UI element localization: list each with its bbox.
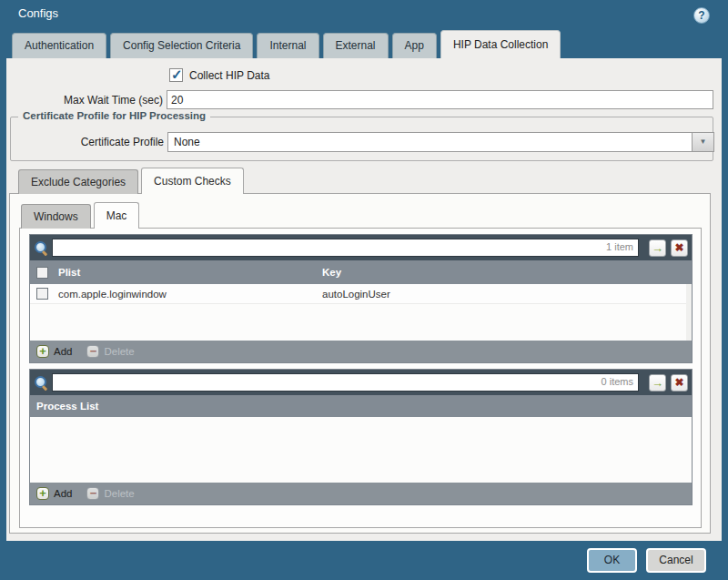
collect-hip-checkbox[interactable]: ✓	[169, 68, 183, 82]
help-icon[interactable]: ?	[693, 7, 710, 24]
tab-exclude-categories[interactable]: Exclude Categories	[18, 169, 138, 194]
certificate-profile-dropdown[interactable]: None ▼	[167, 132, 714, 152]
plist-table-body: com.apple.loginwindow autoLoginUser	[30, 284, 692, 341]
process-table-footer: + Add − Delete	[30, 483, 692, 504]
max-wait-input[interactable]	[167, 90, 713, 109]
plist-search-field: 1 item	[52, 239, 639, 257]
cell-plist: com.apple.loginwindow	[55, 289, 318, 300]
top-tab-strip: Authentication Config Selection Criteria…	[12, 27, 722, 58]
mac-panel: 1 item → ✖ Plist Key com.apple.loginwind	[19, 228, 702, 528]
delete-button: − Delete	[86, 345, 134, 358]
certificate-profile-value: None	[174, 136, 200, 148]
clear-filter-icon[interactable]: ✖	[671, 239, 688, 257]
process-search-bar: 0 items → ✖	[30, 370, 692, 395]
tab-app[interactable]: App	[392, 33, 437, 58]
collect-hip-row: ✓ Collect HIP Data	[169, 68, 269, 82]
checks-tab-strip: Exclude Categories Custom Checks	[18, 168, 247, 194]
apply-filter-icon[interactable]: →	[649, 239, 666, 257]
cancel-button[interactable]: Cancel	[646, 548, 706, 573]
os-tab-strip: Windows Mac	[21, 202, 142, 229]
cell-key: autoLoginUser	[318, 289, 692, 300]
row-checkbox[interactable]	[36, 288, 48, 300]
plist-search-input[interactable]	[52, 239, 639, 257]
delete-icon: −	[86, 487, 99, 500]
certificate-profile-label: Certificate Profile	[7, 136, 164, 148]
column-header-plist: Plist	[55, 267, 318, 278]
add-button[interactable]: + Add	[36, 345, 72, 358]
tab-internal[interactable]: Internal	[257, 33, 318, 58]
tab-windows[interactable]: Windows	[21, 204, 91, 229]
tab-authentication[interactable]: Authentication	[12, 33, 106, 58]
table-row[interactable]: com.apple.loginwindow autoLoginUser	[30, 284, 692, 304]
plist-search-bar: 1 item → ✖	[30, 235, 692, 260]
process-table-body	[30, 417, 692, 483]
column-header-process-list: Process List	[36, 401, 98, 412]
plist-table: 1 item → ✖ Plist Key com.apple.loginwind	[29, 234, 693, 363]
column-header-key: Key	[318, 267, 692, 278]
check-icon: ✓	[171, 66, 183, 83]
custom-checks-panel: Windows Mac 1 item → ✖	[9, 193, 711, 534]
chevron-down-icon[interactable]: ▼	[692, 133, 713, 151]
tab-mac[interactable]: Mac	[94, 202, 140, 229]
tab-custom-checks[interactable]: Custom Checks	[141, 168, 244, 194]
add-icon: +	[36, 487, 49, 500]
title-bar: Configs ?	[0, 0, 728, 27]
clear-filter-icon[interactable]: ✖	[671, 374, 688, 392]
process-search-field: 0 items	[52, 373, 639, 392]
collect-hip-label: Collect HIP Data	[189, 69, 269, 82]
plist-table-footer: + Add − Delete	[30, 341, 692, 362]
scrollbar-track[interactable]	[686, 284, 692, 341]
delete-icon: −	[86, 345, 99, 358]
certificate-profile-section: Certificate Profile for HIP Processing C…	[10, 117, 713, 161]
dialog-title: Configs	[18, 6, 58, 20]
process-search-input[interactable]	[52, 373, 639, 392]
max-wait-label: Max Wait Time (sec)	[6, 94, 163, 107]
tab-external[interactable]: External	[323, 33, 389, 58]
certificate-section-legend: Certificate Profile for HIP Processing	[18, 110, 210, 121]
select-all-checkbox[interactable]	[36, 267, 48, 279]
plist-table-header: Plist Key	[30, 260, 692, 284]
tab-config-selection-criteria[interactable]: Config Selection Criteria	[110, 33, 253, 58]
add-button[interactable]: + Add	[36, 487, 72, 500]
process-table: 0 items → ✖ Process List + Add	[29, 369, 693, 505]
delete-button: − Delete	[86, 487, 134, 500]
apply-filter-icon[interactable]: →	[649, 374, 666, 392]
search-icon	[35, 241, 48, 255]
search-icon	[35, 376, 48, 390]
dialog-footer: OK Cancel	[0, 541, 728, 580]
tab-content: ✓ Collect HIP Data Max Wait Time (sec) C…	[6, 58, 722, 541]
process-table-header: Process List	[30, 395, 692, 417]
ok-button[interactable]: OK	[587, 548, 637, 573]
configs-dialog: Configs ? Authentication Config Selectio…	[0, 0, 728, 580]
add-icon: +	[36, 345, 49, 358]
tab-hip-data-collection[interactable]: HIP Data Collection	[440, 30, 561, 58]
